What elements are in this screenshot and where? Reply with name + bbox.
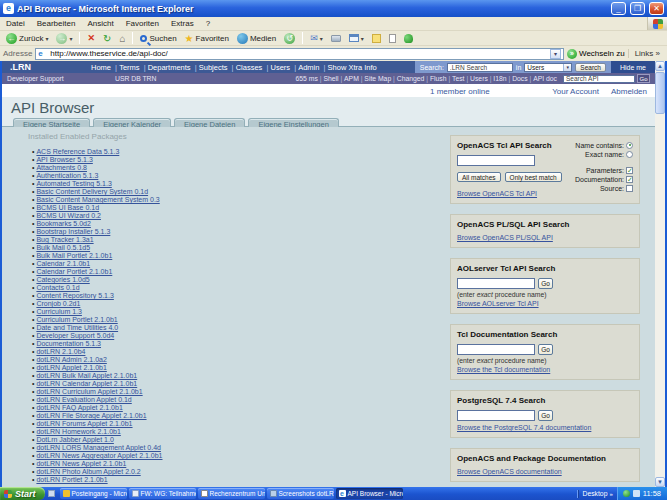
nav-link[interactable]: Users	[263, 63, 291, 72]
tcl-doc-search-input[interactable]	[457, 344, 535, 355]
package-link[interactable]: dotLRN 2.1.0b4	[36, 348, 85, 355]
package-link[interactable]: dotLRN Evaluation Applet 0.1d	[36, 396, 131, 403]
package-link[interactable]: Developer Support 5.0d4	[36, 332, 114, 339]
refresh-button[interactable]: ↻	[100, 33, 114, 44]
package-link[interactable]: Contacts 0.1d	[36, 284, 79, 291]
package-link[interactable]: Cronjob 0.2d1	[36, 300, 80, 307]
package-list-item[interactable]: DotLrn Jabber Applet 1.0	[32, 436, 163, 444]
menu-item[interactable]: Datei	[0, 19, 31, 28]
tray-status-icon[interactable]	[623, 490, 630, 497]
logout-link[interactable]: Abmelden	[611, 87, 647, 96]
taskbar-task-rechenzentrum[interactable]: Rechenzentrum Uni K...	[198, 488, 265, 499]
package-list-item[interactable]: dotLRN News Applet 2.1.0b1	[32, 460, 163, 468]
package-list-item[interactable]: BCMS UI Wizard 0.2	[32, 212, 163, 220]
package-link[interactable]: Attachments 0.8	[36, 164, 87, 171]
aolserver-search-input[interactable]	[457, 278, 535, 289]
nav-link[interactable]: Subjects	[192, 63, 229, 72]
lrn-search-button[interactable]: Search	[575, 63, 606, 72]
package-list-item[interactable]: dotLRN Bulk Mail Applet 2.1.0b1	[32, 372, 163, 380]
browse-postgres-link[interactable]: Browse the PostgreSQL 7.4 documentation	[457, 424, 591, 431]
tcl-doc-go-button[interactable]: Go	[538, 344, 553, 355]
research-button[interactable]	[386, 34, 399, 43]
dev-link[interactable]: Docs	[507, 75, 528, 82]
package-link[interactable]: dotLRN Bulk Mail Applet 2.1.0b1	[36, 372, 137, 379]
api-search-go-button[interactable]: Go	[637, 74, 650, 83]
forward-button[interactable]: → ▾	[53, 33, 75, 44]
package-list-item[interactable]: Date and Time Utilities 4.0	[32, 324, 163, 332]
chevron-icon[interactable]: »	[609, 491, 612, 497]
dev-link[interactable]: Shell	[318, 75, 339, 82]
package-list-item[interactable]: dotLRN 2.1.0b4	[32, 348, 163, 356]
package-list-item[interactable]: Curriculum 1.3	[32, 308, 163, 316]
dev-link[interactable]: API doc	[528, 75, 557, 82]
tcl-search-input[interactable]	[457, 155, 535, 166]
your-account-link[interactable]: Your Account	[552, 87, 599, 96]
package-list-item[interactable]: API Browser 5.1.3	[32, 156, 163, 164]
home-button[interactable]: ⌂	[116, 33, 128, 44]
package-link[interactable]: dotLRN Applet 2.1.0b1	[36, 364, 106, 371]
package-list-item[interactable]: Attachments 0.8	[32, 164, 163, 172]
all-matches-button[interactable]: All matches	[457, 172, 501, 182]
go-button[interactable]: » Wechseln zu	[567, 49, 625, 59]
package-list-item[interactable]: dotLRN Forums Applet 2.1.0b1	[32, 420, 163, 428]
package-link[interactable]: dotLRN News Applet 2.1.0b1	[36, 460, 126, 467]
package-list-item[interactable]: dotLRN FAQ Applet 2.1.0b1	[32, 404, 163, 412]
search-scope-select[interactable]: Users ▾	[524, 63, 572, 72]
dev-link[interactable]: Users	[465, 75, 488, 82]
lrn-logo[interactable]: .LRN	[2, 62, 90, 72]
nav-link[interactable]: Show Xtra Info	[320, 63, 377, 72]
package-list-item[interactable]: BCMS UI Base 0.1d	[32, 204, 163, 212]
postgres-go-button[interactable]: Go	[538, 410, 553, 421]
package-link[interactable]: dotLRN News Aggregator Applet 2.1.0b1	[36, 452, 162, 459]
package-link[interactable]: Bulk Mail 0.5.1d5	[36, 244, 90, 251]
documentation-checkbox[interactable]: ✓	[626, 176, 633, 183]
aolserver-go-button[interactable]: Go	[538, 278, 553, 289]
scrollbar-thumb[interactable]	[655, 72, 665, 114]
edit-button[interactable]: ▾	[346, 34, 367, 42]
package-list-item[interactable]: Documentation 5.1.3	[32, 340, 163, 348]
nav-link[interactable]: Classes	[229, 63, 264, 72]
nav-link[interactable]: Home	[90, 63, 112, 72]
package-link[interactable]: BCMS UI Wizard 0.2	[36, 212, 101, 219]
hide-me-link[interactable]: Hide me	[611, 61, 655, 73]
favorites-button[interactable]: ★ Favoriten	[182, 33, 232, 44]
package-list-item[interactable]: Cronjob 0.2d1	[32, 300, 163, 308]
package-link[interactable]: Date and Time Utilities 4.0	[36, 324, 118, 331]
package-link[interactable]: dotLRN Curriculum Applet 2.1.0b1	[36, 388, 142, 395]
package-link[interactable]: Bookmarks 5.0d2	[36, 220, 90, 227]
package-link[interactable]: Categories 1.0d5	[36, 276, 89, 283]
media-button[interactable]: Medien	[234, 33, 279, 44]
package-list-item[interactable]: Bootstrap Installer 5.1.3	[32, 228, 163, 236]
package-list-item[interactable]: Basic Content Management System 0.3	[32, 196, 163, 204]
back-button[interactable]: ← Zurück ▾	[3, 33, 51, 44]
messenger-button[interactable]	[401, 34, 416, 43]
package-link[interactable]: DotLrn Jabber Applet 1.0	[36, 436, 113, 443]
package-list-item[interactable]: dotLRN LORS Management Applet 0.4d	[32, 444, 163, 452]
package-link[interactable]: Basic Content Delivery System 0.1d	[36, 188, 148, 195]
package-list-item[interactable]: dotLRN Evaluation Applet 0.1d	[32, 396, 163, 404]
package-link[interactable]: API Browser 5.1.3	[36, 156, 92, 163]
forward-dropdown-icon[interactable]: ▾	[69, 35, 72, 42]
package-list-item[interactable]: dotLRN Admin 2.1.0a2	[32, 356, 163, 364]
package-link[interactable]: dotLRN Admin 2.1.0a2	[36, 356, 106, 363]
package-list-item[interactable]: Categories 1.0d5	[32, 276, 163, 284]
browse-openacs-docs-link[interactable]: Browse OpenACS documentation	[457, 468, 562, 475]
taskbar-task-screenshots[interactable]: Screenshots dotLRN...	[267, 488, 334, 499]
only-best-match-button[interactable]: Only best match	[505, 172, 562, 182]
package-link[interactable]: dotLRN Portlet 2.1.0b1	[36, 476, 107, 483]
stop-button[interactable]: ✕	[84, 33, 98, 43]
package-link[interactable]: Bug Tracker 1.3a1	[36, 236, 93, 243]
back-dropdown-icon[interactable]: ▾	[45, 35, 48, 42]
package-list-item[interactable]: Curriculum Portlet 2.1.0b1	[32, 316, 163, 324]
menu-item[interactable]: Favoriten	[120, 19, 165, 28]
package-list-item[interactable]: Bulk Mail 0.5.1d5	[32, 244, 163, 252]
package-link[interactable]: Calendar 2.1.0b1	[36, 260, 90, 267]
package-link[interactable]: dotLRN File Storage Applet 2.1.0b1	[36, 412, 146, 419]
mail-dropdown-icon[interactable]: ▾	[320, 35, 323, 42]
browse-plsql-api-link[interactable]: Browse OpenACS PL/SQL API	[457, 234, 553, 241]
browse-tcl-doc-link[interactable]: Browse the Tcl documentation	[457, 366, 550, 373]
package-list-item[interactable]: dotLRN Applet 2.1.0b1	[32, 364, 163, 372]
package-list-item[interactable]: ACS Reference Data 5.1.3	[32, 148, 163, 156]
package-link[interactable]: Automated Testing 5.1.3	[36, 180, 111, 187]
nav-link[interactable]: Terms	[112, 63, 141, 72]
